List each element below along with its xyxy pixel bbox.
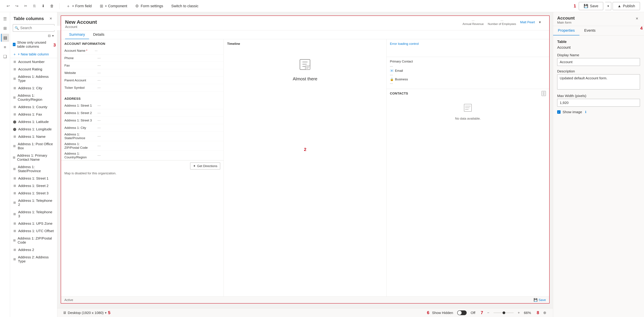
list-item[interactable]: ⊞ Address 1: State/Province: [10, 163, 57, 175]
right-panel-tabs: Properties Events: [553, 26, 644, 35]
form-field-button[interactable]: ＋ + Form field: [63, 2, 95, 10]
error-spacer: [386, 48, 549, 57]
display-name-label: Display Name: [557, 53, 640, 57]
column-name: Address 1: City: [18, 86, 42, 90]
filter-row: ⊟ ▾: [10, 33, 57, 39]
zoom-minus-button[interactable]: −: [486, 310, 491, 316]
save-button[interactable]: 💾 Save: [579, 2, 603, 10]
info-icon[interactable]: ℹ: [585, 110, 586, 114]
list-item[interactable]: ⊞ Address 1: UTC Offset: [10, 227, 57, 235]
list-item[interactable]: ⊞ Address 1: Telephone 3: [10, 208, 57, 220]
desktop-label: Desktop (1920 x 1080): [68, 311, 104, 315]
nav-form-button[interactable]: ▤: [1, 34, 9, 42]
left-panel-header: Table columns ✕: [10, 12, 57, 23]
column-grid-icon: ⊞: [13, 184, 16, 188]
close-panel-button[interactable]: ✕: [48, 15, 54, 21]
contacts-section: CONTACTS ⋮: [386, 89, 549, 129]
tab-details[interactable]: Details: [89, 30, 108, 39]
list-item[interactable]: ⊞ Address 1: Post Office Box: [10, 140, 57, 152]
get-directions-row: ✦ Get Directions: [61, 160, 224, 171]
list-item[interactable]: ⊞ Address 1: UPS Zone: [10, 220, 57, 227]
list-item[interactable]: ⊞ Address 1: City: [10, 84, 57, 92]
max-width-input[interactable]: [557, 99, 640, 107]
cut-button[interactable]: ✂: [22, 2, 30, 10]
unused-toggle-label: Show only unused table columns: [17, 40, 54, 48]
email-icon: 📧: [390, 69, 394, 73]
new-column-button[interactable]: ＋ + New table column: [10, 50, 57, 58]
form-settings-button[interactable]: ⚙ Form settings: [132, 2, 166, 10]
publish-button[interactable]: ▲ Publish: [613, 2, 640, 10]
list-item[interactable]: ⬤ Address 1: Latitude: [10, 118, 57, 125]
filter-dropdown-button[interactable]: ▾: [52, 33, 54, 38]
tab-summary[interactable]: Summary: [65, 30, 89, 39]
tab-properties[interactable]: Properties: [553, 26, 580, 35]
toggle-thumb: [458, 311, 462, 315]
contacts-menu-button[interactable]: ⋮: [542, 91, 546, 96]
show-image-checkbox[interactable]: ✓: [557, 110, 560, 114]
column-name: Address 1: Address Type: [18, 75, 54, 83]
publish-icon: ▲: [618, 4, 621, 8]
column-name: Address 2: [18, 248, 34, 252]
close-right-panel-button[interactable]: ✕: [634, 15, 640, 21]
form-save-button[interactable]: 💾 Save: [534, 298, 546, 302]
tab-events[interactable]: Events: [580, 26, 600, 35]
display-name-input[interactable]: [557, 58, 640, 66]
show-hidden-toggle[interactable]: [457, 311, 467, 315]
nav-home-button[interactable]: ⊞: [1, 24, 9, 32]
zoom-slider[interactable]: [494, 313, 514, 313]
field-row: Address 1: Country/Region ---: [61, 151, 224, 160]
column-grid-icon: ⊞: [13, 67, 16, 71]
list-item[interactable]: ⊞ Address 1: County: [10, 103, 57, 111]
list-item[interactable]: ⊞ Address 1: Primary Contact Name: [10, 152, 57, 163]
desktop-dropdown-button[interactable]: ▾: [105, 311, 106, 315]
unused-toggle-checkbox[interactable]: ✓: [13, 43, 16, 46]
red-label-3: 3: [54, 42, 56, 48]
redo-button[interactable]: ↪: [13, 2, 21, 10]
form-preview[interactable]: New Account Account ··· Annual Revenue ·…: [61, 15, 550, 304]
list-item[interactable]: ⊞ Address 2: Address Type: [10, 254, 57, 265]
header-expand-button[interactable]: ▾: [539, 20, 541, 24]
address-title: ADDRESS: [61, 94, 224, 102]
copy-button[interactable]: ⎘: [30, 2, 38, 10]
list-item[interactable]: ⬤ Address 1: Longitude: [10, 125, 57, 133]
list-item[interactable]: ⊞ Address 2: [10, 246, 57, 254]
show-hidden-label: Show Hidden: [432, 311, 453, 315]
list-item[interactable]: ⊞ Address 1: Telephone 2: [10, 197, 57, 208]
field-row: Parent Account ---: [61, 77, 224, 84]
field-row: Ticker Symbol ---: [61, 84, 224, 91]
nav-menu-button[interactable]: ☰: [1, 15, 9, 23]
field-row: Address 1: Street 1 ---: [61, 102, 224, 109]
contacts-title: CONTACTS: [390, 92, 408, 95]
switch-classic-button[interactable]: Switch to classic: [168, 2, 202, 10]
list-item[interactable]: ⊞ Address 1: ZIP/Postal Code: [10, 235, 57, 246]
list-item[interactable]: ⊞ Address 1: Country/Region: [10, 92, 57, 103]
nav-layers-button[interactable]: ≡: [1, 43, 9, 51]
delete-button[interactable]: 🗑: [48, 2, 56, 10]
list-item[interactable]: ⊞ Account Rating: [10, 65, 57, 73]
zoom-plus-button[interactable]: +: [516, 310, 521, 316]
search-box: 🔍: [13, 24, 54, 32]
fit-to-screen-button[interactable]: ⊕: [542, 310, 548, 316]
list-item[interactable]: ⊞ Account Number: [10, 58, 57, 65]
nav-components-button[interactable]: ❑: [1, 52, 9, 61]
list-item[interactable]: ⊞ Address 1: Fax: [10, 111, 57, 118]
list-item[interactable]: ⊞ Address 1: Street 3: [10, 190, 57, 197]
list-item[interactable]: ⊞ Address 1: Street 1: [10, 175, 57, 182]
list-item[interactable]: ⊞ Address 1: Address Type: [10, 73, 57, 84]
paste-dropdown-button[interactable]: ⬇: [39, 2, 47, 10]
business-icon: 🔒: [390, 77, 394, 81]
undo-button[interactable]: ↩: [4, 2, 12, 10]
business-value-row: ---: [390, 82, 546, 85]
form-subtitle: Account: [65, 25, 97, 29]
save-dropdown-button[interactable]: ▾: [605, 2, 611, 10]
component-button[interactable]: ⊞ + Component: [96, 2, 131, 10]
list-item[interactable]: ⊞ Address 1: Street 2: [10, 182, 57, 190]
error-loading-control[interactable]: Error loading control: [386, 39, 549, 48]
get-directions-button[interactable]: ✦ Get Directions: [190, 163, 220, 169]
field-row: Address 1: State/Province ---: [61, 132, 224, 141]
filter-button[interactable]: ⊟: [47, 33, 52, 38]
show-image-label: Show image: [562, 110, 582, 114]
list-item[interactable]: ⊞ Address 1: Name: [10, 133, 57, 140]
description-textarea[interactable]: Updated default Account form.: [557, 74, 640, 89]
owner-name[interactable]: Matt Peart: [520, 20, 535, 24]
